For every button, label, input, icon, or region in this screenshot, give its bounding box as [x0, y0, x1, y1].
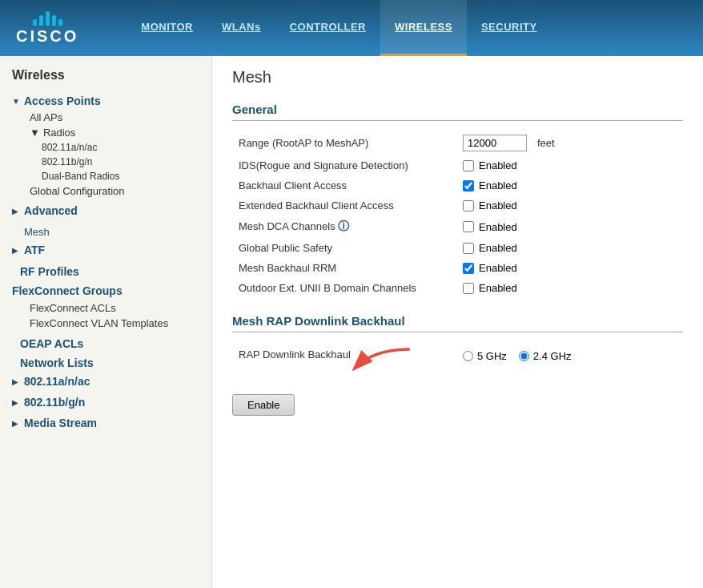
sidebar-section-atf: ▶ ATF	[8, 241, 203, 259]
nav-wlans[interactable]: WLANs	[207, 0, 275, 56]
arrow-icon: ▼	[12, 97, 20, 106]
label-backhaul: Backhaul Client Access	[232, 175, 456, 195]
sidebar-item-flexconnect-vlan[interactable]: FlexConnect VLAN Templates	[26, 316, 203, 331]
outdoor-label: Enabled	[479, 282, 517, 294]
ids-checkbox[interactable]	[463, 160, 474, 171]
sidebar-item-access-points[interactable]: ▼ Access Points	[8, 92, 203, 110]
label-ids: IDS(Rogue and Signature Detection)	[232, 155, 456, 175]
mesh-dca-checkbox[interactable]	[463, 221, 474, 232]
sidebar-item-oeap-acls[interactable]: OEAP ACLs	[8, 334, 203, 353]
info-icon[interactable]: ⓘ	[338, 219, 349, 232]
sidebar-item-radios[interactable]: ▼Radios	[26, 125, 203, 140]
sidebar-item-advanced[interactable]: ▶ Advanced	[8, 202, 203, 219]
ext-backhaul-label: Enabled	[479, 199, 517, 211]
value-outdoor: Enabled	[456, 278, 683, 298]
mbr-label: Enabled	[479, 262, 517, 274]
sidebar-sub-radios: 802.11a/n/ac 802.11b/g/n Dual-Band Radio…	[26, 140, 203, 183]
sidebar-item-80211anac-2[interactable]: ▶ 802.11a/n/ac	[8, 373, 203, 390]
nav-controller[interactable]: CONTROLLER	[275, 0, 380, 56]
sidebar-item-all-aps[interactable]: All APs	[26, 110, 203, 125]
radio-5ghz-input[interactable]	[463, 351, 473, 361]
range-unit: feet	[537, 137, 555, 149]
sidebar-label: 802.11b/g/n	[24, 396, 85, 409]
backhaul-label: Enabled	[479, 179, 517, 191]
sidebar-item-media-stream[interactable]: ▶ Media Stream	[8, 414, 203, 432]
sidebar-label: 802.11a/n/ac	[24, 375, 90, 388]
sidebar-item-dual-band[interactable]: Dual-Band Radios	[38, 169, 203, 183]
main-layout: Wireless ▼ Access Points All APs ▼Radios…	[0, 56, 703, 588]
rap-label: RAP Downlink Backhaul	[239, 348, 351, 360]
sidebar-item-80211anac[interactable]: 802.11a/n/ac	[38, 140, 203, 155]
backhaul-checkbox[interactable]	[463, 180, 474, 191]
sidebar-item-flexconnect-acls[interactable]: FlexConnect ACLs	[26, 300, 203, 316]
gps-label: Enabled	[479, 242, 517, 254]
label-mesh-dca: Mesh DCA Channels ⓘ	[232, 215, 456, 238]
label-range: Range (RootAP to MeshAP)	[232, 131, 456, 155]
nav-wireless[interactable]: WIRELESS	[380, 0, 467, 56]
sidebar-sub-access-points: All APs ▼Radios 802.11a/n/ac 802.11b/g/n…	[8, 110, 203, 199]
sidebar-section-80211bgn-2: ▶ 802.11b/g/n	[8, 393, 203, 411]
sidebar-section-flexconnect: FlexConnect Groups FlexConnect ACLs Flex…	[8, 281, 203, 331]
label-rap: RAP Downlink Backhaul	[232, 342, 456, 370]
enable-button[interactable]: Enable	[232, 394, 295, 416]
sidebar-item-network-lists[interactable]: Network Lists	[8, 353, 203, 373]
gps-checkbox[interactable]	[463, 243, 474, 254]
sidebar-section-80211anac-2: ▶ 802.11a/n/ac	[8, 373, 203, 390]
label-gps: Global Public Safety	[232, 238, 456, 258]
page-title: Mesh	[232, 68, 683, 87]
radio-5ghz[interactable]: 5 GHz	[463, 350, 507, 362]
range-input[interactable]	[463, 135, 527, 151]
nav-monitor[interactable]: MONITOR	[127, 0, 207, 56]
header: CISCO MONITOR WLANs CONTROLLER WIRELESS …	[0, 0, 703, 56]
radio-24ghz-label: 2.4 GHz	[533, 350, 572, 362]
sidebar-item-global-config[interactable]: Global Configuration	[26, 183, 203, 199]
value-ids: Enabled	[456, 155, 683, 175]
sidebar-section-media-stream: ▶ Media Stream	[8, 414, 203, 432]
arrow-icon: ▶	[12, 398, 20, 407]
value-backhaul: Enabled	[456, 175, 683, 195]
table-row-ext-backhaul: Extended Backhaul Client Access Enabled	[232, 195, 683, 215]
arrow-icon: ▶	[12, 207, 20, 215]
cisco-logo: CISCO	[16, 27, 78, 46]
arrow-icon: ▼	[30, 127, 40, 139]
sidebar-section-access-points: ▼ Access Points All APs ▼Radios 802.11a/…	[8, 92, 203, 199]
sidebar-item-mesh[interactable]: Mesh	[8, 223, 203, 241]
sidebar-item-80211bgn-2[interactable]: ▶ 802.11b/g/n	[8, 393, 203, 411]
table-row-ids: IDS(Rogue and Signature Detection) Enabl…	[232, 155, 683, 175]
value-rap: 5 GHz 2.4 GHz	[456, 342, 683, 370]
value-mbr: Enabled	[456, 258, 683, 278]
table-row-mesh-dca: Mesh DCA Channels ⓘ Enabled	[232, 215, 683, 238]
sidebar-item-rf-profiles[interactable]: RF Profiles	[8, 262, 203, 281]
main-nav: MONITOR WLANs CONTROLLER WIRELESS SECURI…	[127, 0, 551, 56]
ext-backhaul-checkbox[interactable]	[463, 200, 474, 211]
nav-security[interactable]: SECURITY	[467, 0, 552, 56]
sidebar-label: ATF	[24, 244, 45, 256]
table-row-mbr: Mesh Backhaul RRM Enabled	[232, 258, 683, 278]
sidebar: Wireless ▼ Access Points All APs ▼Radios…	[0, 56, 212, 588]
ids-label: Enabled	[479, 159, 517, 171]
logo-area: CISCO	[16, 11, 78, 46]
arrow-icon: ▶	[12, 246, 20, 255]
mbr-checkbox[interactable]	[463, 263, 474, 274]
label-outdoor: Outdoor Ext. UNII B Domain Channels	[232, 278, 456, 298]
value-gps: Enabled	[456, 238, 683, 258]
arrow-icon: ▶	[12, 377, 20, 386]
sidebar-item-flexconnect-groups[interactable]: FlexConnect Groups	[8, 281, 203, 300]
outdoor-checkbox[interactable]	[463, 283, 474, 294]
sidebar-label: Access Points	[24, 95, 101, 107]
sidebar-item-atf[interactable]: ▶ ATF	[8, 241, 203, 259]
sidebar-title: Wireless	[8, 68, 203, 83]
red-arrow-annotation	[347, 344, 419, 377]
table-row-rap: RAP Downlink Backhaul	[232, 342, 683, 370]
general-form-table: Range (RootAP to MeshAP) feet IDS(Rogue …	[232, 131, 683, 298]
sidebar-item-80211bgn[interactable]: 802.11b/g/n	[38, 155, 203, 169]
table-row-gps: Global Public Safety Enabled	[232, 238, 683, 258]
sidebar-section-advanced: ▶ Advanced	[8, 202, 203, 219]
radio-24ghz[interactable]: 2.4 GHz	[519, 350, 572, 362]
mesh-dca-label: Enabled	[479, 221, 517, 233]
sidebar-label: Advanced	[24, 204, 78, 217]
value-range: feet	[456, 131, 683, 155]
content-area: Mesh General Range (RootAP to MeshAP) fe…	[212, 56, 703, 588]
radio-24ghz-input[interactable]	[519, 351, 529, 361]
label-mbr: Mesh Backhaul RRM	[232, 258, 456, 278]
